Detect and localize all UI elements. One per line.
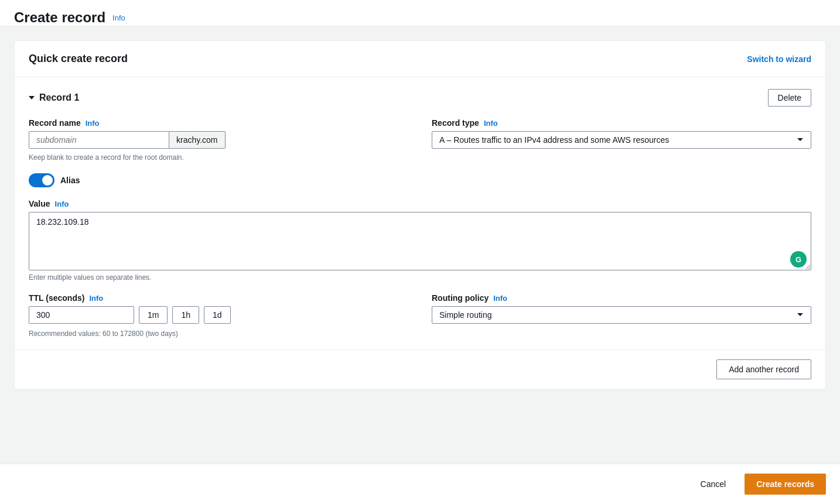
value-section: Value Info G Enter multiple values on se… (29, 199, 811, 282)
value-label: Value Info (29, 199, 811, 208)
value-hint: Enter multiple values on separate lines. (29, 273, 151, 282)
card-title: Quick create record (29, 53, 128, 65)
create-records-button[interactable]: Create records (745, 474, 826, 495)
record-type-label: Record type Info (432, 118, 811, 128)
name-type-grid: Record name Info krachy.com Keep blank t… (29, 118, 811, 162)
ttl-1d-button[interactable]: 1d (204, 306, 231, 324)
ttl-1h-button[interactable]: 1h (172, 306, 199, 324)
header-info-link[interactable]: Info (112, 13, 125, 22)
toggle-thumb (42, 175, 53, 186)
domain-suffix: krachy.com (169, 131, 226, 149)
ttl-hint: Recommended values: 60 to 172800 (two da… (29, 330, 408, 338)
routing-policy-select[interactable]: Simple routingWeightedLatencyFailoverGeo… (432, 306, 811, 324)
routing-policy-select-wrapper: Simple routingWeightedLatencyFailoverGeo… (432, 306, 811, 324)
record-type-group: Record type Info A – Routes traffic to a… (432, 118, 811, 162)
ttl-input-group: 1m 1h 1d (29, 306, 408, 324)
page-content: Quick create record Switch to wizard Rec… (0, 26, 840, 403)
record-section-label: Record 1 (39, 92, 79, 103)
alias-row: Alias (29, 173, 811, 187)
record-1-section: Record 1 Delete Record name Info krachy.… (15, 77, 825, 349)
record-name-label: Record name Info (29, 118, 408, 128)
value-textarea-wrapper: G (29, 212, 811, 272)
page-title: Create record (14, 9, 105, 26)
quick-create-card: Quick create record Switch to wizard Rec… (14, 40, 826, 389)
page-header: Create record Info (0, 0, 840, 26)
page-actions: Cancel Create records (0, 464, 840, 504)
record-name-info-link[interactable]: Info (86, 119, 100, 128)
value-info-link[interactable]: Info (55, 200, 69, 208)
record-name-input[interactable] (29, 131, 169, 149)
record-name-wrapper: krachy.com (29, 131, 408, 149)
routing-policy-label: Routing policy Info (432, 293, 811, 303)
ttl-info-link[interactable]: Info (89, 294, 103, 303)
routing-policy-info-link[interactable]: Info (493, 294, 507, 303)
switch-wizard-link[interactable]: Switch to wizard (747, 54, 811, 64)
card-header: Quick create record Switch to wizard (15, 41, 825, 77)
ttl-input[interactable] (29, 306, 134, 324)
collapse-chevron-icon[interactable] (29, 96, 35, 100)
alias-toggle[interactable] (29, 173, 54, 187)
grammarly-icon: G (790, 251, 807, 268)
record-type-select-wrapper: A – Routes traffic to an IPv4 address an… (432, 131, 811, 149)
record-name-hint: Keep blank to create a record for the ro… (29, 153, 408, 162)
routing-policy-group: Routing policy Info Simple routingWeight… (432, 293, 811, 338)
ttl-1m-button[interactable]: 1m (139, 306, 168, 324)
delete-record-button[interactable]: Delete (768, 89, 811, 107)
record-type-select[interactable]: A – Routes traffic to an IPv4 address an… (432, 131, 811, 149)
ttl-routing-row: TTL (seconds) Info 1m 1h 1d Recommended … (29, 293, 811, 338)
record-section-title: Record 1 (29, 92, 79, 103)
ttl-group: TTL (seconds) Info 1m 1h 1d Recommended … (29, 293, 408, 338)
record-type-info-link[interactable]: Info (484, 119, 498, 128)
record-section-header: Record 1 Delete (29, 89, 811, 107)
cancel-button[interactable]: Cancel (691, 475, 736, 493)
card-footer: Add another record (15, 349, 825, 389)
add-another-record-button[interactable]: Add another record (716, 359, 811, 379)
ttl-label: TTL (seconds) Info (29, 293, 408, 303)
record-name-group: Record name Info krachy.com Keep blank t… (29, 118, 408, 162)
value-textarea[interactable] (29, 212, 811, 270)
alias-label: Alias (60, 176, 80, 185)
